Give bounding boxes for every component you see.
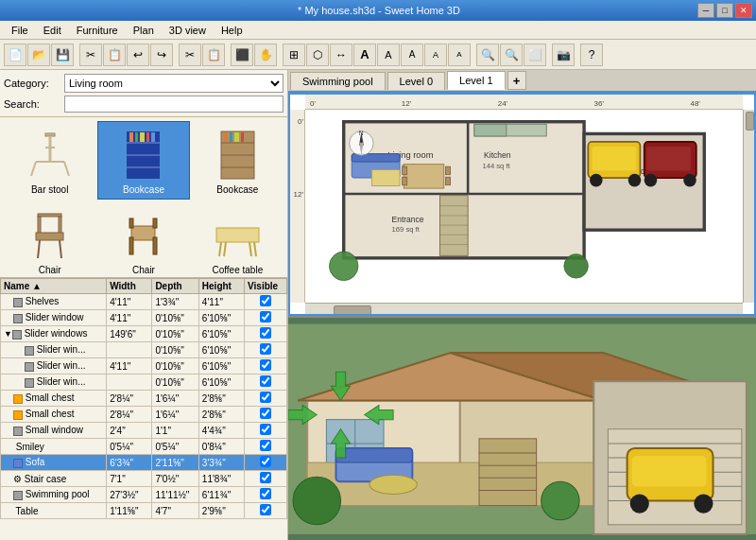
cell-visible[interactable] xyxy=(245,326,287,342)
add-room-button[interactable]: ⬡ xyxy=(306,44,329,66)
col-height[interactable]: Height xyxy=(198,279,244,294)
cell-visible[interactable] xyxy=(245,391,287,407)
table-row[interactable]: ▼ Slider windows 149'6" 0'10⅝" 6'10⅝" xyxy=(1,326,287,342)
tab-level-0[interactable]: Level 0 xyxy=(387,72,445,90)
furniture-item-bookcase2[interactable]: Bookcase xyxy=(192,121,284,200)
visible-checkbox[interactable] xyxy=(260,375,271,387)
paste-button[interactable]: 📋 xyxy=(202,44,225,66)
table-row[interactable]: Slider win... 0'10⅝" 6'10⅝" xyxy=(1,375,287,391)
table-row[interactable]: Slider win... 0'10⅝" 6'10⅝" xyxy=(1,342,287,358)
table-scroll[interactable]: Name ▲ Width Depth Height Visible Shelve… xyxy=(0,278,287,540)
col-depth[interactable]: Depth xyxy=(152,279,198,294)
search-input[interactable] xyxy=(64,96,284,113)
add-wall-button[interactable]: ⊞ xyxy=(283,44,305,66)
add-text3-button[interactable]: A xyxy=(401,44,423,66)
add-text4-button[interactable]: A xyxy=(424,44,447,66)
cell-visible[interactable] xyxy=(245,358,287,375)
select-button[interactable]: ⬛ xyxy=(231,44,253,66)
expand-icon[interactable]: ▼ xyxy=(4,329,12,339)
menu-file[interactable]: File xyxy=(4,23,36,38)
furniture-item-chair1[interactable]: Chair xyxy=(4,201,95,278)
add-text2-button[interactable]: A xyxy=(377,44,400,66)
visible-checkbox[interactable] xyxy=(260,408,271,419)
undo-button[interactable]: ↩ xyxy=(127,44,149,66)
menu-plan[interactable]: Plan xyxy=(126,23,162,38)
copy-button[interactable]: 📋 xyxy=(103,44,126,66)
save-button[interactable]: 💾 xyxy=(51,44,74,66)
new-button[interactable]: 📄 xyxy=(4,44,26,66)
hscroll-thumb[interactable] xyxy=(334,305,371,315)
col-width[interactable]: Width xyxy=(107,279,152,294)
furniture-item-bookcase1[interactable]: Bookcase xyxy=(97,121,189,200)
minimize-button[interactable]: ─ xyxy=(697,3,714,18)
menu-furniture[interactable]: Furniture xyxy=(69,23,126,38)
table-row[interactable]: Small chest 2'8¼" 1'6¼" 2'8⅝" xyxy=(1,391,287,407)
vscrollbar[interactable] xyxy=(743,110,756,303)
cell-visible[interactable] xyxy=(245,439,287,455)
cell-visible[interactable] xyxy=(245,310,287,326)
zoom-out-button[interactable]: 🔍 xyxy=(500,44,523,66)
fit-button[interactable]: ⬜ xyxy=(524,44,546,66)
tab-level-1[interactable]: Level 1 xyxy=(447,71,505,90)
menu-3dview[interactable]: 3D view xyxy=(162,23,214,38)
cut-button[interactable]: ✂ xyxy=(79,44,102,66)
table-row[interactable]: Shelves 4'11" 1'3¾" 4'11" xyxy=(1,294,287,310)
cell-visible[interactable] xyxy=(245,375,287,391)
furniture-item-coffee-table[interactable]: Coffee table xyxy=(192,201,284,278)
table-row[interactable]: Small chest 2'8¼" 1'6¼" 2'8⅝" xyxy=(1,407,287,423)
visible-checkbox[interactable] xyxy=(260,327,271,339)
visible-checkbox[interactable] xyxy=(260,343,271,355)
tab-swimming-pool[interactable]: Swimming pool xyxy=(290,72,386,90)
cell-visible[interactable] xyxy=(245,503,287,519)
cell-visible[interactable] xyxy=(245,407,287,423)
floor-plan-content[interactable]: Living room 339 sq ft Kitchen 144 sq ft … xyxy=(305,110,743,303)
table-row[interactable]: ⚙ Stair case 7'1" 7'0½" 11'8¾" xyxy=(1,471,287,487)
visible-checkbox[interactable] xyxy=(260,424,271,435)
3d-button[interactable]: 📷 xyxy=(552,44,575,66)
table-row[interactable]: Smiley 0'5¼" 0'5¼" 0'8¼" xyxy=(1,439,287,455)
col-visible[interactable]: Visible xyxy=(245,279,287,294)
hscrollbar[interactable] xyxy=(305,303,743,316)
add-dimension-button[interactable]: ↔ xyxy=(330,44,352,66)
menu-edit[interactable]: Edit xyxy=(36,23,69,38)
table-row[interactable]: Table 1'11⅝" 4'7" 2'9⅝" xyxy=(1,503,287,519)
window-controls[interactable]: ─ □ ✕ xyxy=(697,3,752,18)
category-select[interactable]: Living room xyxy=(64,74,284,93)
visible-checkbox[interactable] xyxy=(260,488,271,499)
floor-plan-view[interactable]: 0' 12' 24' 36' 48' 0' 12' xyxy=(288,93,756,318)
visible-checkbox[interactable] xyxy=(260,311,271,322)
redo-button[interactable]: ↪ xyxy=(150,44,173,66)
open-button[interactable]: 📂 xyxy=(27,44,50,66)
pan-button[interactable]: ✋ xyxy=(254,44,277,66)
cell-visible[interactable] xyxy=(245,294,287,310)
add-text-button[interactable]: A xyxy=(353,44,376,66)
furniture-item-chair2[interactable]: Chair xyxy=(97,201,189,278)
table-row[interactable]: Sofa 6'3¾" 2'11⅝" 3'3¾" xyxy=(1,455,287,471)
visible-checkbox[interactable] xyxy=(260,504,271,515)
zoom-in-button[interactable]: 🔍 xyxy=(476,44,499,66)
delete-button[interactable]: ✂ xyxy=(179,44,201,66)
maximize-button[interactable]: □ xyxy=(716,3,733,18)
3d-view[interactable] xyxy=(288,318,756,541)
add-text5-button[interactable]: A xyxy=(448,44,471,66)
visible-checkbox[interactable] xyxy=(260,359,271,371)
cell-visible[interactable] xyxy=(245,471,287,487)
help-button[interactable]: ? xyxy=(580,44,603,66)
cell-visible[interactable] xyxy=(245,487,287,503)
cell-visible[interactable] xyxy=(245,423,287,439)
close-button[interactable]: ✕ xyxy=(735,3,752,18)
table-row[interactable]: Small window 2'4" 1'1" 4'4¾" xyxy=(1,423,287,439)
visible-checkbox[interactable] xyxy=(260,295,271,306)
tab-add-button[interactable]: + xyxy=(507,71,526,90)
menu-help[interactable]: Help xyxy=(214,23,250,38)
table-row[interactable]: Slider window 4'11" 0'10⅝" 6'10⅝" xyxy=(1,310,287,326)
visible-checkbox[interactable] xyxy=(260,456,271,467)
col-name[interactable]: Name ▲ xyxy=(1,279,107,294)
visible-checkbox[interactable] xyxy=(260,440,271,451)
vscroll-thumb[interactable] xyxy=(746,112,754,131)
furniture-item-bar-stool[interactable]: Bar stool xyxy=(4,121,95,200)
table-row[interactable]: Swimming pool 27'3½" 11'11½" 6'11¾" xyxy=(1,487,287,503)
cell-visible[interactable] xyxy=(245,455,287,471)
table-row[interactable]: Slider win... 4'11" 0'10⅝" 6'10⅝" xyxy=(1,358,287,375)
visible-checkbox[interactable] xyxy=(260,392,271,403)
